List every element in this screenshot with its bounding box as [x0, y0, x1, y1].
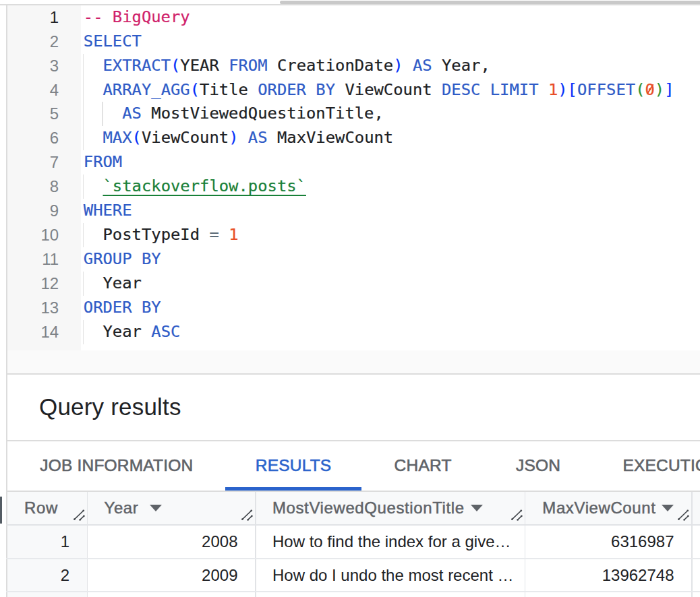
line-number: 1: [7, 5, 59, 30]
code-token-pl: [84, 80, 103, 99]
cell-year: [87, 592, 256, 597]
code-token-id: ViewCount: [345, 80, 432, 99]
code-line[interactable]: SELECT: [84, 30, 142, 54]
code-line[interactable]: Year: [84, 272, 142, 296]
column-menu-caret-icon[interactable]: [662, 505, 674, 511]
tab-results[interactable]: RESULTS: [225, 441, 361, 491]
code-line[interactable]: EXTRACT(YEAR FROM CreationDate) AS Year,: [84, 54, 490, 78]
code-line[interactable]: AS MostViewedQuestionTitle,: [84, 102, 384, 126]
code-token-pl: [268, 128, 277, 147]
code-token-pl: [142, 322, 151, 341]
code-token-id: Year: [103, 274, 142, 292]
code-token-id: CreationDate: [277, 56, 393, 75]
editor-bottom-strip: [7, 350, 700, 373]
code-token-kw: ORDER BY: [84, 298, 161, 317]
code-line[interactable]: ORDER BY: [84, 296, 161, 320]
code-line[interactable]: ARRAY_AGG(Title ORDER BY ViewCount DESC …: [84, 78, 674, 102]
row-border: [6, 591, 700, 592]
column-resize-handle[interactable]: [511, 506, 523, 525]
column-resize-handle[interactable]: [677, 506, 690, 525]
editor-gutter: 1234567891011121314: [7, 5, 81, 350]
table-row: [7, 592, 700, 597]
column-border: [255, 492, 256, 525]
code-token-pl: [239, 128, 248, 147]
code-token-kw: ORDER: [258, 80, 306, 99]
code-token-b1: )[: [558, 80, 577, 99]
column-header-year[interactable]: Year: [87, 492, 256, 525]
code-line[interactable]: MAX(ViewCount) AS MaxViewCount: [84, 126, 393, 150]
code-line[interactable]: GROUP BY: [84, 247, 161, 272]
line-number: 11: [7, 247, 59, 272]
cell-row-number: 2: [7, 559, 87, 592]
code-token-pl: [480, 80, 490, 99]
line-number: 3: [7, 54, 59, 78]
column-header-label: Year: [104, 499, 138, 517]
code-token-id: Year,: [442, 56, 490, 75]
tab-job-information[interactable]: JOB INFORMATION: [8, 441, 226, 491]
code-token-pl: [219, 225, 229, 244]
column-menu-caret-icon[interactable]: [150, 505, 162, 511]
code-line[interactable]: Year ASC: [84, 320, 181, 344]
code-line[interactable]: PostTypeId = 1: [84, 223, 239, 247]
line-number: 2: [7, 30, 59, 54]
code-line[interactable]: FROM: [84, 150, 122, 175]
code-line[interactable]: WHERE: [84, 199, 132, 223]
code-token-pl: [539, 80, 548, 99]
table-header-row: RowYearMostViewedQuestionTitleMaxViewCou…: [7, 492, 700, 525]
column-border: [525, 592, 525, 597]
column-border: [691, 526, 692, 559]
column-border: [255, 592, 256, 597]
vertical-scrollbar-thumb[interactable]: [0, 497, 2, 524]
code-token-kw: WHERE: [84, 201, 132, 220]
column-border: [87, 526, 88, 559]
code-token-kw: AS: [413, 56, 432, 75]
column-border: [525, 526, 525, 559]
cell-row-number: 1: [7, 526, 87, 559]
code-token-num: 0: [645, 78, 654, 102]
line-number: 12: [7, 272, 59, 296]
column-border: [255, 526, 256, 559]
query-results-header: Query results: [7, 375, 700, 440]
column-header-label: Row: [24, 499, 58, 517]
table-reference-link[interactable]: `stackoverflow.posts`: [103, 177, 306, 195]
column-header-row[interactable]: Row: [7, 492, 87, 525]
code-token-pl: [142, 104, 151, 123]
indent-guide: [102, 102, 103, 126]
tab-execution-details[interactable]: EXECUTION DETAILS: [592, 441, 700, 491]
cell-maxviewcount: 13962748: [525, 559, 692, 592]
cell-title: How do I undo the most recent …: [255, 559, 525, 592]
code-token-pl: [84, 274, 103, 292]
tab-chart[interactable]: CHART: [361, 441, 484, 491]
code-token-kw: BY: [316, 80, 335, 99]
column-border: [691, 492, 692, 525]
code-token-pl: [84, 322, 103, 341]
code-token-pl: [84, 225, 103, 244]
column-resize-handle[interactable]: [73, 506, 86, 525]
column-header-label: MaxViewCount: [542, 499, 655, 517]
code-line[interactable]: -- BigQuery: [84, 5, 190, 30]
column-border: [691, 559, 692, 592]
column-menu-caret-icon[interactable]: [471, 505, 483, 511]
code-line[interactable]: `stackoverflow.posts`: [84, 175, 306, 199]
line-number: 6: [7, 126, 59, 150]
code-token-num: 1: [548, 80, 558, 99]
column-header-label: MostViewedQuestionTitle: [272, 499, 465, 517]
tab-json[interactable]: JSON: [484, 441, 592, 491]
column-header-mostviewedquestiontitle[interactable]: MostViewedQuestionTitle: [255, 492, 525, 525]
code-token-pl: [306, 80, 316, 99]
code-token-pl: [432, 56, 442, 75]
code-token-pl: [84, 128, 103, 147]
horizontal-scrollbar-thumb[interactable]: [280, 1, 700, 4]
code-token-kw: FROM: [229, 56, 267, 75]
code-token-kw: GROUP BY: [84, 249, 161, 268]
indent-guide: [83, 272, 84, 296]
column-header-maxviewcount[interactable]: MaxViewCount: [525, 492, 692, 525]
line-number: 9: [7, 199, 59, 223]
code-token-kw: FROM: [84, 152, 122, 171]
column-resize-handle[interactable]: [241, 506, 254, 525]
row-border: [6, 558, 700, 559]
cell-maxviewcount: [525, 592, 692, 597]
code-token-cm: -- BigQuery: [84, 7, 190, 26]
table-row: 22009How do I undo the most recent …1396…: [7, 559, 700, 592]
sql-editor[interactable]: 1234567891011121314 -- BigQuerySELECT EX…: [7, 5, 700, 350]
